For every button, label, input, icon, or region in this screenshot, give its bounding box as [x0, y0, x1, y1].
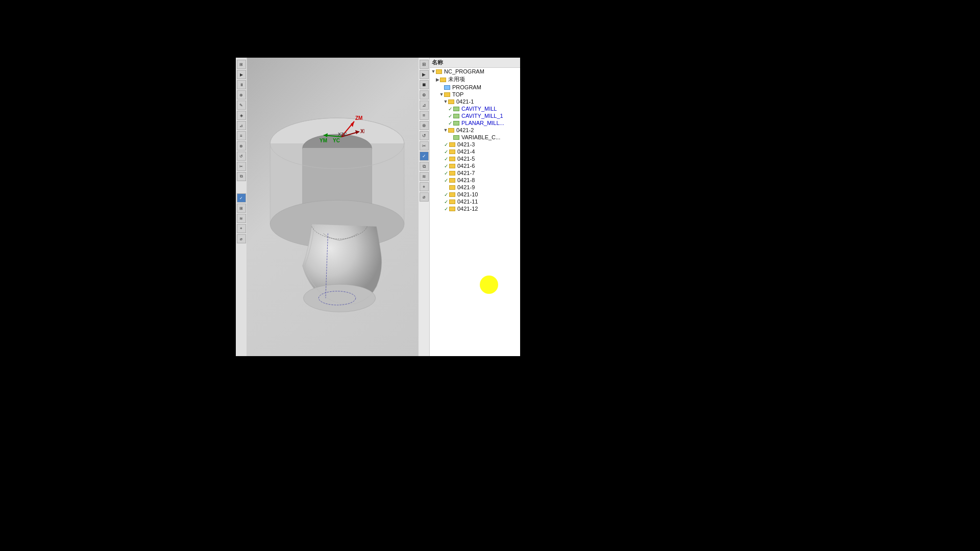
rtoolbar-btn-9[interactable]: ✂ — [420, 141, 429, 151]
rtoolbar-btn-7[interactable]: ⊗ — [420, 121, 429, 130]
tree-root[interactable]: ▼ NC_PROGRAM — [430, 68, 520, 75]
tree-item-0421-10[interactable]: ✓ 0421-10 — [430, 191, 520, 198]
rtoolbar-btn-5[interactable]: ⊿ — [420, 101, 429, 110]
op-icon — [453, 113, 460, 118]
svg-point-4 — [303, 284, 375, 312]
tree-label: 0421-2 — [456, 127, 474, 133]
tree-item-variable-c[interactable]: VARIABLE_C... — [430, 134, 520, 141]
folder-icon — [444, 92, 451, 97]
toolbar-btn-11[interactable]: ✂ — [237, 162, 246, 171]
expand-icon: ▼ — [443, 128, 448, 133]
program-icon — [444, 85, 451, 90]
tree-item-0421-4[interactable]: ✓ 0421-4 — [430, 148, 520, 155]
tree-item-0421-5[interactable]: ✓ 0421-5 — [430, 155, 520, 162]
toolbar-btn-12[interactable]: ⧉ — [237, 172, 246, 181]
expand-icon: ▼ — [431, 69, 436, 74]
rtoolbar-btn-10[interactable]: ⧉ — [420, 162, 429, 171]
folder-icon — [449, 156, 456, 161]
tree-label: VARIABLE_C... — [461, 134, 500, 140]
op-icon — [453, 135, 460, 140]
tree-item-0421-12[interactable]: ✓ 0421-12 — [430, 205, 520, 212]
tree-label: 0421-5 — [457, 156, 475, 162]
toolbar-btn-3[interactable]: ⏸ — [237, 80, 246, 89]
viewport-3d[interactable]: ZM XM XZC YM YC — [247, 58, 418, 356]
tree-label: 0421-6 — [457, 163, 475, 169]
check-icon: ✓ — [447, 120, 453, 126]
toolbar-btn-active[interactable]: ✓ — [237, 193, 246, 203]
tree-label: TOP — [452, 91, 463, 97]
rtoolbar-btn-6[interactable]: ≡ — [420, 111, 429, 120]
folder-icon — [449, 170, 456, 176]
folder-icon — [449, 149, 456, 154]
rtoolbar-btn-11[interactable]: ≋ — [420, 172, 429, 181]
check-icon: ✓ — [443, 142, 449, 147]
tree-label: CAVITY_MILL_1 — [461, 113, 503, 119]
folder-icon — [436, 69, 443, 74]
tree-item-0421-3[interactable]: ✓ 0421-3 — [430, 141, 520, 148]
toolbar-btn-1[interactable]: ⊞ — [237, 60, 246, 69]
toolbar-btn-4[interactable]: ⊕ — [237, 90, 246, 99]
expand-icon: ▼ — [439, 92, 444, 97]
tree-label: 0421-9 — [457, 184, 475, 190]
tree-item-top[interactable]: ▼ TOP — [430, 91, 520, 98]
expand-icon: ▼ — [443, 99, 448, 104]
expand-icon — [439, 85, 444, 90]
toolbar-btn-2[interactable]: ▶ — [237, 70, 246, 79]
op-icon — [453, 120, 460, 126]
toolbar-btn-7[interactable]: ⊿ — [237, 121, 246, 130]
folder-icon — [449, 163, 456, 168]
tree-label: PLANAR_MILL... — [461, 120, 504, 126]
right-panel: ⊞ ▶ ⏹ ⊕ ⊿ ≡ ⊗ ↺ ✂ ✓ ⧉ ≋ ⌖ ⌀ 名称 ▼ NC_PROG… — [418, 58, 520, 356]
cursor-indicator — [480, 276, 498, 294]
tree-label: 0421-12 — [457, 206, 478, 212]
rtoolbar-btn-3[interactable]: ⏹ — [420, 80, 429, 89]
folder-icon — [449, 206, 456, 211]
tree-item-unused[interactable]: ▶ 未用项 — [430, 75, 520, 84]
svg-marker-9 — [351, 121, 354, 127]
toolbar-btn-15[interactable]: ⌖ — [237, 224, 246, 233]
tree-item-0421-7[interactable]: ✓ 0421-7 — [430, 169, 520, 177]
rtoolbar-btn-active[interactable]: ✓ — [420, 152, 429, 161]
tree-item-0421-1[interactable]: ▼ 0421-1 — [430, 98, 520, 105]
tree-item-0421-2[interactable]: ▼ 0421-2 — [430, 127, 520, 134]
toolbar-btn-6[interactable]: ◈ — [237, 111, 246, 120]
tree-item-cavity-mill-1[interactable]: ✓ CAVITY_MILL_1 — [430, 112, 520, 119]
tree-item-planar-mill[interactable]: ✓ PLANAR_MILL... — [430, 119, 520, 127]
check-icon — [447, 135, 453, 140]
yc-label: YC — [333, 138, 340, 143]
toolbar-btn-10[interactable]: ↺ — [237, 152, 246, 161]
tree-item-0421-8[interactable]: ✓ 0421-8 — [430, 177, 520, 184]
check-icon: ✓ — [443, 199, 449, 205]
toolbar-btn-13[interactable]: ⊞ — [237, 204, 246, 213]
rtoolbar-btn-4[interactable]: ⊕ — [420, 90, 429, 99]
xzc-label: XZC — [338, 132, 348, 137]
tree-root-label: NC_PROGRAM — [444, 68, 484, 74]
operation-tree-panel[interactable]: 名称 ▼ NC_PROGRAM ▶ 未用项 PROGRAM ▼ — [430, 58, 520, 356]
toolbar-btn-5[interactable]: ✎ — [237, 101, 246, 110]
tree-item-program[interactable]: PROGRAM — [430, 84, 520, 91]
rtoolbar-btn-8[interactable]: ↺ — [420, 131, 429, 140]
toolbar-btn-16[interactable]: ⌀ — [237, 234, 246, 243]
toolbar-btn-8[interactable]: ≡ — [237, 131, 246, 140]
rtoolbar-btn-2[interactable]: ▶ — [420, 70, 429, 79]
app-window: ZM XM XZC YM YC ⊞ — [247, 58, 520, 356]
folder-icon — [449, 199, 456, 204]
expand-icon: ▶ — [435, 77, 440, 82]
right-toolbar: ⊞ ▶ ⏹ ⊕ ⊿ ≡ ⊗ ↺ ✂ ✓ ⧉ ≋ ⌖ ⌀ — [419, 58, 430, 356]
check-icon: ✓ — [443, 178, 449, 183]
rtoolbar-btn-1[interactable]: ⊞ — [420, 60, 429, 69]
tree-label: 0421-7 — [457, 170, 475, 176]
ym-label: YM — [320, 138, 327, 143]
rtoolbar-btn-12[interactable]: ⌖ — [420, 182, 429, 191]
folder-icon — [448, 99, 455, 104]
check-icon: ✓ — [447, 113, 453, 119]
tree-item-cavity-mill[interactable]: ✓ CAVITY_MILL — [430, 105, 520, 112]
tree-label: CAVITY_MILL — [461, 106, 497, 112]
tree-item-0421-11[interactable]: ✓ 0421-11 — [430, 198, 520, 205]
rtoolbar-btn-13[interactable]: ⌀ — [420, 192, 429, 202]
tree-item-0421-9[interactable]: 0421-9 — [430, 184, 520, 191]
toolbar-btn-14[interactable]: ≋ — [237, 214, 246, 223]
toolbar-btn-9[interactable]: ⊗ — [237, 141, 246, 151]
tree-item-0421-6[interactable]: ✓ 0421-6 — [430, 162, 520, 169]
folder-icon — [449, 192, 456, 197]
